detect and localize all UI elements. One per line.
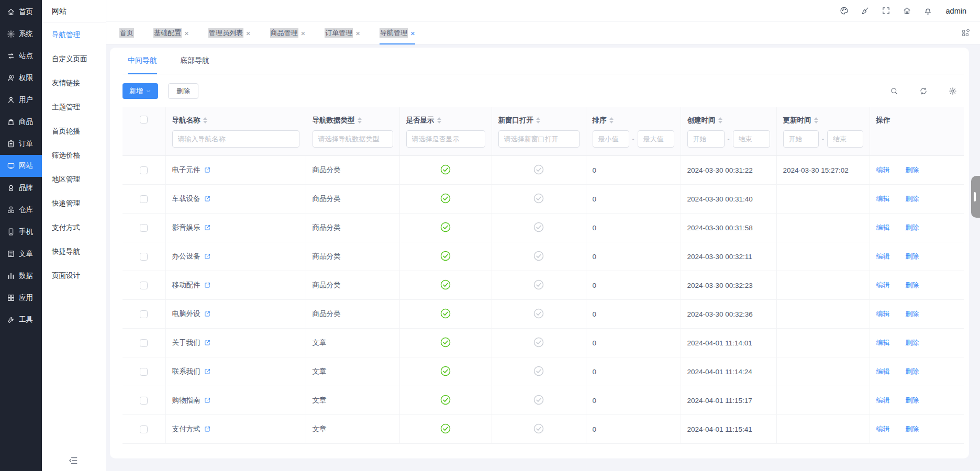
submenu-item-2[interactable]: 友情链接 — [42, 71, 106, 95]
edit-link[interactable]: 编辑 — [876, 195, 890, 203]
sort-carets-icon[interactable] — [609, 117, 614, 124]
row-checkbox[interactable] — [140, 282, 148, 289]
updated-end-input[interactable] — [827, 130, 863, 148]
sidebar-item-swap[interactable]: 站点 — [0, 45, 42, 67]
edit-link[interactable]: 编辑 — [876, 310, 890, 318]
row-checkbox[interactable] — [140, 425, 148, 433]
external-link-icon[interactable] — [204, 224, 211, 231]
delete-link[interactable]: 删除 — [905, 339, 919, 346]
col-show[interactable]: 是否显示 — [406, 116, 435, 125]
submenu-item-6[interactable]: 地区管理 — [42, 167, 106, 192]
delete-link[interactable]: 删除 — [905, 396, 919, 404]
sort-carets-icon[interactable] — [203, 117, 207, 124]
sort-carets-icon[interactable] — [536, 117, 540, 124]
sort-carets-icon[interactable] — [437, 117, 441, 124]
name-filter-input[interactable] — [172, 130, 299, 148]
submenu-item-1[interactable]: 自定义页面 — [42, 47, 106, 71]
edit-link[interactable]: 编辑 — [876, 252, 890, 260]
close-tab-icon[interactable]: × — [246, 29, 251, 37]
sidebar-item-user[interactable]: 用户 — [0, 89, 42, 111]
external-link-icon[interactable] — [204, 195, 211, 203]
external-link-icon[interactable] — [204, 397, 211, 404]
broom-icon[interactable] — [861, 6, 870, 15]
external-link-icon[interactable] — [204, 425, 211, 433]
created-start-input[interactable] — [687, 130, 725, 148]
view-tab[interactable]: 中间导航 — [128, 48, 157, 74]
close-tab-icon[interactable]: × — [184, 29, 189, 37]
external-link-icon[interactable] — [204, 310, 211, 318]
external-link-icon[interactable] — [204, 253, 211, 260]
submenu-item-8[interactable]: 支付方式 — [42, 216, 106, 240]
page-tab[interactable]: 商品管理 × — [270, 22, 306, 44]
row-checkbox[interactable] — [140, 368, 148, 376]
sidebar-item-doc[interactable]: 文章 — [0, 243, 42, 265]
col-sort[interactable]: 排序 — [593, 116, 607, 125]
col-new-window[interactable]: 新窗口打开 — [498, 116, 534, 125]
delete-link[interactable]: 删除 — [905, 166, 919, 174]
fullscreen-icon[interactable] — [882, 6, 890, 15]
col-created[interactable]: 创建时间 — [687, 116, 716, 125]
delete-link[interactable]: 删除 — [905, 310, 919, 318]
delete-button[interactable]: 删除 — [168, 83, 198, 99]
edit-link[interactable]: 编辑 — [876, 223, 890, 231]
refresh-icon[interactable] — [919, 87, 928, 95]
submenu-item-3[interactable]: 主题管理 — [42, 95, 106, 119]
submenu-item-10[interactable]: 页面设计 — [42, 264, 106, 288]
bell-icon[interactable] — [923, 6, 932, 15]
page-tab[interactable]: 导航管理 × — [380, 22, 415, 44]
submenu-item-4[interactable]: 首页轮播 — [42, 119, 106, 143]
delete-link[interactable]: 删除 — [905, 252, 919, 260]
select-all-checkbox[interactable] — [140, 116, 148, 124]
view-tab[interactable]: 底部导航 — [180, 48, 209, 74]
delete-link[interactable]: 删除 — [905, 195, 919, 203]
close-tab-icon[interactable]: × — [410, 29, 415, 37]
submenu-item-7[interactable]: 快递管理 — [42, 192, 106, 216]
sidebar-item-phone[interactable]: 手机 — [0, 221, 42, 243]
settings-gear-icon[interactable] — [949, 87, 957, 95]
drawer-handle[interactable] — [971, 176, 980, 218]
sort-max-input[interactable] — [638, 130, 674, 148]
edit-link[interactable]: 编辑 — [876, 396, 890, 404]
row-checkbox[interactable] — [140, 166, 148, 174]
edit-link[interactable]: 编辑 — [876, 166, 890, 174]
close-tab-icon[interactable]: × — [355, 29, 360, 37]
external-link-icon[interactable] — [204, 368, 211, 375]
palette-icon[interactable] — [840, 6, 849, 15]
delete-link[interactable]: 删除 — [905, 367, 919, 375]
row-checkbox[interactable] — [140, 224, 148, 232]
col-type[interactable]: 导航数据类型 — [313, 116, 355, 125]
col-updated[interactable]: 更新时间 — [783, 116, 811, 125]
sidebar-item-gear[interactable]: 系统 — [0, 23, 42, 45]
edit-link[interactable]: 编辑 — [876, 425, 890, 433]
sidebar-item-home[interactable]: 首页 — [0, 1, 42, 23]
sidebar-item-wrench[interactable]: 工具 — [0, 309, 42, 331]
tab-options-icon[interactable] — [961, 29, 970, 37]
sort-min-input[interactable] — [593, 130, 629, 148]
external-link-icon[interactable] — [204, 339, 211, 346]
sort-carets-icon[interactable] — [358, 117, 362, 124]
collapse-sidebar-button[interactable] — [68, 455, 79, 466]
external-link-icon[interactable] — [204, 166, 211, 174]
submenu-item-9[interactable]: 快捷导航 — [42, 240, 106, 264]
close-tab-icon[interactable]: × — [301, 29, 306, 37]
external-link-icon[interactable] — [204, 282, 211, 289]
new-window-filter-select[interactable] — [498, 130, 580, 148]
home-icon[interactable] — [903, 6, 911, 15]
type-filter-select[interactable] — [313, 130, 393, 148]
page-tab[interactable]: 管理员列表 × — [208, 22, 251, 44]
row-checkbox[interactable] — [140, 339, 148, 347]
delete-link[interactable]: 删除 — [905, 223, 919, 231]
submenu-item-5[interactable]: 筛选价格 — [42, 143, 106, 167]
sidebar-item-shield-user[interactable]: 权限 — [0, 67, 42, 89]
col-name[interactable]: 导航名称 — [172, 116, 201, 125]
edit-link[interactable]: 编辑 — [876, 281, 890, 289]
sidebar-item-chart[interactable]: 数据 — [0, 265, 42, 287]
submenu-item-0[interactable]: 导航管理 — [42, 23, 106, 47]
row-checkbox[interactable] — [140, 397, 148, 405]
row-checkbox[interactable] — [140, 310, 148, 318]
updated-start-input[interactable] — [783, 130, 819, 148]
created-end-input[interactable] — [733, 130, 770, 148]
sidebar-item-monitor[interactable]: 网站 — [0, 155, 42, 177]
sidebar-item-boxes[interactable]: 仓库 — [0, 199, 42, 221]
sidebar-item-apps[interactable]: 应用 — [0, 287, 42, 309]
